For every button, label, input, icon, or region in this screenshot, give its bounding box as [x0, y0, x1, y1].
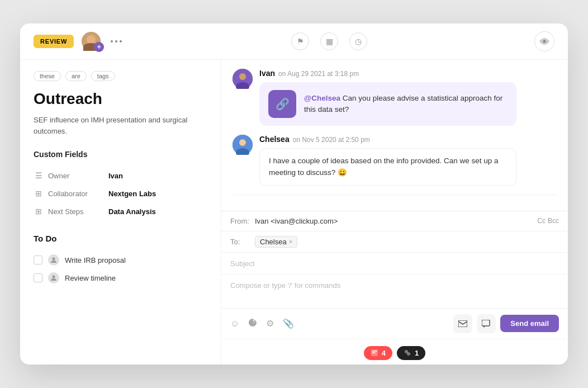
header-center: ⚑ ▦ ◷ — [291, 32, 367, 50]
mention-icon[interactable] — [248, 318, 257, 329]
compose-area: From: Ivan <ivan@clickup.com> Cc Bcc To:… — [221, 211, 568, 339]
svg-point-1 — [87, 35, 95, 43]
compose-body[interactable]: Compose or type '/' for commands — [221, 275, 568, 308]
svg-point-10 — [239, 139, 246, 146]
settings-icon[interactable]: ⚙ — [266, 318, 274, 329]
dark-counter-value: 1 — [415, 349, 419, 357]
app-body: these are tags Outreach SEF influence on… — [20, 60, 568, 365]
svg-point-4 — [53, 258, 55, 261]
nextsteps-value: Data Analysis — [108, 207, 156, 216]
tag-are[interactable]: are — [65, 71, 87, 81]
emoji-icon[interactable]: ☺ — [230, 319, 239, 329]
tag-tags[interactable]: tags — [91, 71, 115, 81]
field-collaborator: ⊞ Collaborator Nextgen Labs — [34, 184, 207, 202]
svg-point-5 — [53, 276, 55, 278]
svg-rect-13 — [482, 320, 490, 326]
svg-rect-12 — [458, 320, 467, 327]
message-2-time: on Nov 5 2020 at 2:50 pm — [293, 136, 370, 144]
custom-fields: Custom Fields ☰ Owner Ivan ⊞ Collaborato… — [34, 150, 207, 220]
chat-mode-button[interactable] — [477, 314, 496, 333]
divider — [233, 195, 557, 195]
header-left: REVIEW + — [34, 32, 124, 51]
bottom-bar: 4 1 — [221, 339, 568, 365]
todo-user-icon-2 — [48, 272, 59, 283]
todo-user-icon-1 — [48, 254, 59, 266]
flag-icon[interactable]: ⚑ — [291, 32, 309, 50]
message-1-bubble: 🔗 @Chelsea Can you please advise a stati… — [259, 82, 516, 126]
todo-text-1: Write IRB proposal — [65, 256, 126, 264]
remove-recipient-button[interactable]: × — [289, 238, 292, 245]
attachment-toolbar-icon[interactable]: 📎 — [283, 318, 294, 329]
svg-point-3 — [543, 40, 546, 43]
compose-subject-row[interactable] — [221, 253, 568, 275]
todo-checkbox-1[interactable] — [34, 255, 42, 264]
message-2-bubble: I have a couple of ideas based on the in… — [259, 148, 516, 186]
body-input[interactable]: Compose or type '/' for commands — [230, 281, 559, 290]
attachment-icon: 🔗 — [268, 90, 296, 118]
messages-area: Ivan on Aug 29 2021 at 3:18 pm 🔗 @Chelse… — [221, 60, 568, 211]
owner-icon: ☰ — [34, 171, 44, 180]
custom-fields-title: Custom Fields — [34, 150, 207, 159]
compose-from-row: From: Ivan <ivan@clickup.com> Cc Bcc — [221, 211, 568, 231]
app-header: REVIEW + ⚑ ▦ ◷ — [20, 23, 568, 60]
page-title: Outreach — [34, 90, 207, 108]
subject-input[interactable] — [230, 259, 559, 268]
message-2-header: Chelsea on Nov 5 2020 at 2:50 pm — [259, 135, 557, 144]
message-2-content: Chelsea on Nov 5 2020 at 2:50 pm I have … — [259, 135, 557, 186]
field-owner: ☰ Owner Ivan — [34, 167, 207, 184]
email-mode-button[interactable] — [453, 314, 472, 333]
to-recipient-tag[interactable]: Chelsea × — [255, 236, 297, 248]
more-options-button[interactable] — [108, 38, 124, 45]
todo-item-1: Write IRB proposal — [34, 251, 207, 269]
owner-value: Ivan — [108, 172, 123, 180]
review-badge[interactable]: REVIEW — [34, 35, 74, 48]
toolbar-right: Send email — [453, 314, 559, 333]
page-description: SEF influence on IMH presentation and su… — [34, 115, 207, 136]
todo-section: To Do Write IRB proposal Review timeline — [34, 234, 207, 287]
red-counter-value: 4 — [382, 349, 386, 357]
from-value: Ivan <ivan@clickup.com> — [255, 217, 533, 225]
message-1-time: on Aug 29 2021 at 3:18 pm — [278, 70, 359, 78]
to-label: To: — [230, 238, 250, 246]
to-recipient-name: Chelsea — [260, 238, 287, 246]
mention: @Chelsea — [304, 94, 340, 102]
message-1-text: @Chelsea Can you please advise a statist… — [304, 93, 508, 116]
compose-to-row: To: Chelsea × — [221, 231, 568, 253]
send-email-button[interactable]: Send email — [500, 315, 559, 332]
todo-title: To Do — [34, 234, 207, 243]
owner-label: Owner — [48, 172, 104, 180]
chelsea-avatar — [233, 135, 253, 155]
field-nextsteps: ⊞ Next Steps Data Analysis — [34, 202, 207, 220]
collaborator-value: Nextgen Labs — [108, 190, 156, 198]
collaborator-label: Collaborator — [48, 190, 104, 198]
bcc-button[interactable]: Bcc — [548, 217, 559, 225]
eye-icon[interactable] — [534, 31, 554, 51]
add-avatar-button[interactable]: + — [94, 42, 104, 52]
cc-button[interactable]: Cc — [537, 217, 546, 225]
right-panel: Ivan on Aug 29 2021 at 3:18 pm 🔗 @Chelse… — [221, 60, 568, 365]
todo-text-2: Review timeline — [65, 274, 116, 282]
cc-bcc-buttons[interactable]: Cc Bcc — [537, 217, 559, 225]
todo-checkbox-2[interactable] — [34, 273, 42, 282]
tag-these[interactable]: these — [34, 71, 61, 81]
nextsteps-label: Next Steps — [48, 207, 104, 216]
toolbar-left: ☺ ⚙ 📎 — [230, 318, 294, 329]
collaborator-icon: ⊞ — [34, 189, 44, 198]
red-counter-badge[interactable]: 4 — [364, 346, 392, 360]
compose-toolbar: ☺ ⚙ 📎 Send email — [221, 308, 568, 339]
message-2: Chelsea on Nov 5 2020 at 2:50 pm I have … — [233, 135, 557, 186]
calendar-icon[interactable]: ▦ — [320, 32, 338, 50]
todo-item-2: Review timeline — [34, 269, 207, 287]
clock-icon[interactable]: ◷ — [349, 32, 367, 50]
avatar-group: + — [82, 32, 101, 51]
ivan-avatar — [233, 69, 253, 89]
dark-counter-badge[interactable]: 1 — [397, 346, 425, 360]
nextsteps-icon: ⊞ — [34, 207, 44, 216]
from-label: From: — [230, 217, 250, 225]
message-1-header: Ivan on Aug 29 2021 at 3:18 pm — [259, 69, 557, 78]
header-right — [534, 31, 554, 51]
svg-point-16 — [407, 352, 410, 356]
app-container: REVIEW + ⚑ ▦ ◷ — [20, 23, 568, 365]
svg-point-7 — [239, 73, 246, 80]
left-panel: these are tags Outreach SEF influence on… — [20, 60, 221, 365]
